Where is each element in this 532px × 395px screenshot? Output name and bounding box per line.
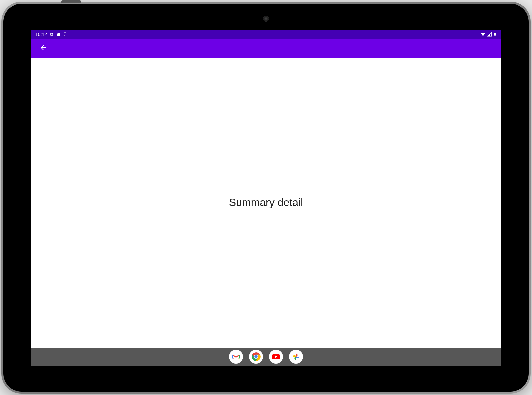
content-area: Summary detail <box>31 58 501 348</box>
battery-icon <box>493 32 497 37</box>
camera-icon <box>263 16 269 22</box>
status-time: 10:12 <box>35 32 47 37</box>
gmail-app-icon[interactable] <box>229 350 243 364</box>
notification-icon: A <box>50 32 54 36</box>
power-button <box>61 0 81 3</box>
tablet-frame: 10:12 A <box>1 2 531 394</box>
hourglass-icon <box>63 32 67 37</box>
tablet-bezel: 10:12 A <box>3 4 529 392</box>
svg-point-5 <box>254 355 258 358</box>
back-button[interactable] <box>37 42 50 55</box>
signal-icon <box>487 32 492 37</box>
photos-app-icon[interactable] <box>289 350 303 364</box>
svg-text:A: A <box>51 33 53 36</box>
arrow-back-icon <box>39 44 47 53</box>
youtube-app-icon[interactable] <box>269 350 283 364</box>
status-right <box>480 32 497 37</box>
wifi-icon <box>480 32 486 37</box>
status-bar: 10:12 A <box>31 30 501 39</box>
app-bar <box>31 39 501 58</box>
chrome-app-icon[interactable] <box>249 350 263 364</box>
navigation-bar <box>31 348 501 366</box>
screen: 10:12 A <box>31 30 501 366</box>
content-text: Summary detail <box>229 196 303 209</box>
status-left: 10:12 A <box>35 32 67 37</box>
sd-card-icon <box>57 32 61 37</box>
